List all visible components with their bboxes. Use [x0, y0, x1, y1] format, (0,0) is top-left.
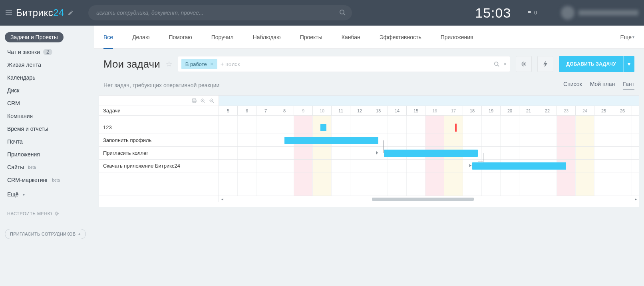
sidebar-item-company[interactable]: Компания: [5, 110, 89, 122]
day-header: 17: [444, 106, 463, 115]
star-icon[interactable]: ☆: [166, 60, 172, 68]
gantt-bar[interactable]: [284, 137, 378, 144]
gantt-bar[interactable]: [384, 150, 478, 157]
task-row[interactable]: Заполнить профиль: [99, 134, 219, 147]
day-header: 21: [519, 106, 538, 115]
sidebar-item-crm[interactable]: CRM: [5, 97, 89, 110]
sidebar-more[interactable]: Ещё: [5, 188, 89, 201]
gantt-timeline[interactable]: 567891011121314151617181920212223242526: [219, 96, 639, 196]
day-header: 20: [501, 106, 519, 115]
status-text: Нет задач, требующих оперативной реакции: [103, 82, 219, 88]
view-switch: Список Мой план Гант: [563, 81, 634, 90]
zoom-out-icon[interactable]: [209, 98, 215, 104]
deadline-marker: [455, 124, 457, 132]
day-header: 6: [238, 106, 256, 115]
day-header: 25: [594, 106, 613, 115]
sidebar-item-crm-marketing[interactable]: CRM-маркетингbeta: [5, 174, 89, 186]
gantt-bar-row: [219, 134, 639, 147]
day-header: 8: [275, 106, 294, 115]
scroll-right-icon[interactable]: ▸: [632, 197, 639, 201]
sidebar-item-time[interactable]: Время и отчеты: [5, 122, 89, 135]
status-row: Нет задач, требующих оперативной реакции…: [94, 76, 644, 95]
automation-button[interactable]: [537, 56, 553, 72]
gantt-toolbar: [99, 96, 219, 106]
view-gantt[interactable]: Гант: [623, 81, 634, 90]
svg-line-10: [204, 102, 205, 103]
gantt: Задачи 123 Заполнить профиль Пригласить …: [99, 95, 639, 207]
tab-all[interactable]: Все: [103, 26, 113, 49]
avatar: [561, 6, 574, 20]
add-task-group: ДОБАВИТЬ ЗАДАЧУ ▾: [559, 56, 634, 72]
tab-projects[interactable]: Проекты: [300, 26, 322, 49]
clear-icon[interactable]: ×: [503, 61, 507, 67]
tab-more[interactable]: Еще: [620, 26, 635, 49]
task-row[interactable]: Пригласить коллег: [99, 147, 219, 160]
sidebar-item-sites[interactable]: Сайтыbeta: [5, 161, 89, 174]
filter-box[interactable]: В работе × + поиск ×: [178, 56, 511, 72]
task-row[interactable]: 123: [99, 121, 219, 134]
day-header: 9: [294, 106, 313, 115]
gear-icon: [521, 61, 527, 67]
sidebar-item-calendar[interactable]: Календарь: [5, 71, 89, 84]
search-icon[interactable]: [339, 9, 346, 16]
sidebar-item-feed[interactable]: Живая лента: [5, 58, 89, 71]
tab-kanban[interactable]: Канбан: [342, 26, 360, 49]
search-input[interactable]: [88, 5, 352, 20]
sidebar-item-mail[interactable]: Почта: [5, 135, 89, 148]
task-row[interactable]: Скачать приложение Битрикс24: [99, 160, 219, 172]
add-task-button[interactable]: ДОБАВИТЬ ЗАДАЧУ: [559, 56, 623, 72]
search-icon[interactable]: [494, 61, 499, 67]
day-header: 7: [256, 106, 275, 115]
view-plan[interactable]: Мой план: [590, 81, 615, 90]
topbar: Битрикс24 15:03 0: [0, 0, 644, 26]
flag-icon: [527, 10, 533, 16]
filter-placeholder: + поиск: [221, 61, 240, 67]
sidebar-item-tasks-active[interactable]: Задачи и Проекты: [5, 32, 64, 42]
edit-icon[interactable]: [68, 10, 79, 16]
day-header: 23: [557, 106, 576, 115]
svg-point-0: [340, 10, 344, 14]
day-header: 16: [425, 106, 444, 115]
menu-toggle-icon[interactable]: [6, 10, 12, 15]
tab-doing[interactable]: Делаю: [132, 26, 149, 49]
bolt-icon: [543, 61, 548, 67]
tab-efficiency[interactable]: Эффективность: [380, 26, 421, 49]
zoom-in-icon[interactable]: [200, 98, 206, 104]
sidebar-item-apps[interactable]: Приложения: [5, 148, 89, 161]
notifications[interactable]: 0: [527, 10, 537, 16]
user-name: [578, 10, 638, 16]
day-header: 10: [313, 106, 332, 115]
scroll-left-icon[interactable]: ◂: [219, 197, 225, 201]
scrollbar-thumb[interactable]: [372, 198, 474, 201]
day-header: 14: [388, 106, 407, 115]
gantt-bar[interactable]: [320, 124, 326, 131]
tab-apps[interactable]: Приложения: [441, 26, 473, 49]
logo[interactable]: Битрикс24: [16, 7, 64, 18]
day-header: 22: [538, 106, 557, 115]
tab-assigned[interactable]: Поручил: [211, 26, 234, 49]
svg-line-14: [213, 102, 214, 103]
sidebar-config[interactable]: НАСТРОИТЬ МЕНЮ: [5, 209, 89, 218]
gear-icon: [54, 211, 59, 216]
tab-watching[interactable]: Наблюдаю: [253, 26, 281, 49]
chip-remove-icon[interactable]: ×: [210, 61, 213, 67]
sidebar-item-disk[interactable]: Диск: [5, 84, 89, 97]
tabs: Все Делаю Помогаю Поручил Наблюдаю Проек…: [94, 26, 644, 49]
invite-button[interactable]: ПРИГЛАСИТЬ СОТРУДНИКОВ +: [5, 229, 86, 239]
sidebar-item-chat[interactable]: Чат и звонки 2: [5, 46, 89, 58]
svg-point-3: [495, 62, 498, 66]
day-header: 19: [482, 106, 501, 115]
tab-helping[interactable]: Помогаю: [169, 26, 192, 49]
day-header: 11: [332, 106, 350, 115]
svg-line-4: [498, 65, 499, 67]
view-list[interactable]: Список: [563, 81, 582, 90]
user-menu[interactable]: [561, 6, 638, 20]
filter-chip[interactable]: В работе ×: [181, 59, 217, 69]
print-icon[interactable]: [191, 98, 197, 104]
day-header: 24: [576, 106, 594, 115]
settings-button[interactable]: [516, 56, 532, 72]
horizontal-scrollbar[interactable]: ◂ ▸: [99, 196, 639, 202]
sidebar: Задачи и Проекты Чат и звонки 2 Живая ле…: [0, 26, 94, 286]
gantt-bar[interactable]: [472, 162, 566, 170]
add-task-dropdown[interactable]: ▾: [623, 56, 634, 72]
